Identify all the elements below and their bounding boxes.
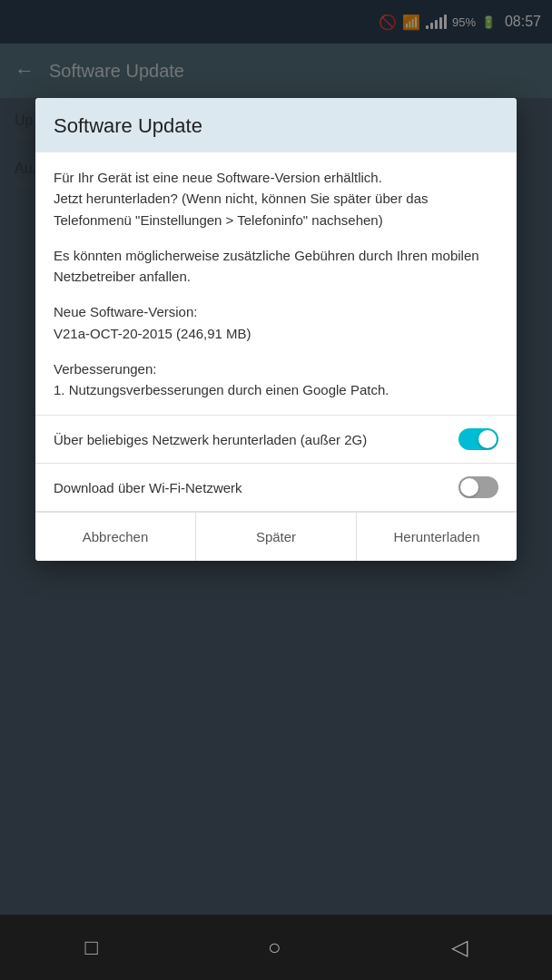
dialog-overlay: Software Update Für Ihr Gerät ist eine n… <box>0 0 552 980</box>
dialog-paragraph-2: Es könnten möglicherweise zusätzliche Ge… <box>54 245 498 288</box>
toggle-2-label: Download über Wi-Fi-Netzwerk <box>54 478 448 497</box>
dialog-title: Software Update <box>54 114 498 138</box>
toggle-row-2[interactable]: Download über Wi-Fi-Netzwerk <box>35 464 517 512</box>
toggle-2-switch[interactable] <box>458 476 498 498</box>
dialog-version: Neue Software-Version: V21a-OCT-20-2015 … <box>54 301 498 344</box>
dialog-header: Software Update <box>35 98 517 152</box>
software-update-dialog: Software Update Für Ihr Gerät ist eine n… <box>35 98 517 561</box>
toggle-row-1[interactable]: Über beliebiges Netzwerk herunterladen (… <box>35 416 517 464</box>
improvements-value: 1. Nutzungsverbesserungen durch einen Go… <box>54 382 389 397</box>
toggle-1-switch[interactable] <box>458 428 498 450</box>
toggle-1-label: Über beliebiges Netzwerk herunterladen (… <box>54 430 448 449</box>
nav-bar: □ ○ ◁ <box>0 915 552 980</box>
cancel-button[interactable]: Abbrechen <box>35 513 196 561</box>
nav-home-icon[interactable]: ○ <box>268 935 281 960</box>
dialog-improvements: Verbesserungen: 1. Nutzungsverbesserunge… <box>54 358 498 401</box>
toggle-section: Über beliebiges Netzwerk herunterladen (… <box>35 415 517 512</box>
later-button[interactable]: Später <box>196 513 357 561</box>
dialog-buttons: Abbrechen Später Herunterladen <box>35 512 517 561</box>
dialog-paragraph-1: Für Ihr Gerät ist eine neue Software-Ver… <box>54 167 498 230</box>
nav-recents-icon[interactable]: □ <box>85 935 99 960</box>
version-label: Neue Software-Version: <box>54 304 197 319</box>
nav-back-icon[interactable]: ◁ <box>451 935 468 960</box>
toggle-2-knob <box>460 478 478 496</box>
toggle-1-knob <box>478 430 497 448</box>
version-value: V21a-OCT-20-2015 (246,91 MB) <box>54 326 251 341</box>
improvements-label: Verbesserungen: <box>54 361 156 377</box>
download-button[interactable]: Herunterladen <box>357 513 517 561</box>
dialog-body: Für Ihr Gerät ist eine neue Software-Ver… <box>35 152 517 415</box>
